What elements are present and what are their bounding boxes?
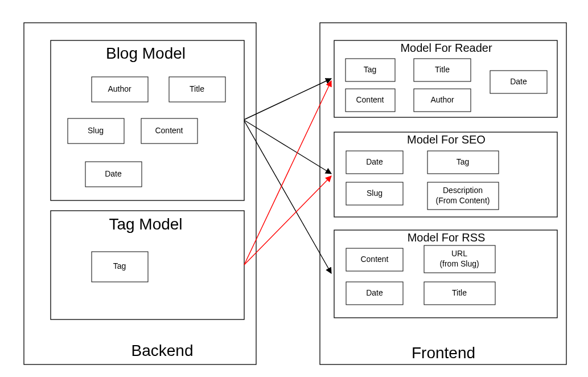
rss-url-label2: (from Slug) — [439, 259, 479, 268]
frontend-label: Frontend — [412, 344, 475, 362]
diagram-canvas: Backend Blog Model Author Title Slug Con… — [0, 0, 588, 377]
seo-slug-label: Slug — [367, 188, 383, 198]
reader-tag-label: Tag — [364, 65, 377, 74]
rss-content-label: Content — [360, 255, 388, 264]
arrow-blog-to-seo — [244, 120, 331, 174]
seo-desc-label2: (From Content) — [436, 196, 490, 205]
reader-author-label: Author — [430, 95, 454, 104]
seo-desc-label1: Description — [443, 186, 483, 195]
blog-date-label: Date — [105, 169, 122, 178]
tag-model-title: Tag Model — [109, 215, 182, 233]
seo-date-label: Date — [366, 157, 383, 166]
reader-date-label: Date — [510, 77, 527, 86]
blog-content-label: Content — [155, 126, 183, 135]
arrow-tag-to-seo — [244, 176, 331, 265]
backend-label: Backend — [131, 342, 194, 359]
tag-field-label: Tag — [113, 261, 126, 271]
rss-model-title: Model For RSS — [408, 231, 486, 244]
reader-model-title: Model For Reader — [400, 42, 492, 54]
seo-model-title: Model For SEO — [407, 133, 486, 146]
seo-tag-label: Tag — [457, 157, 470, 166]
blog-author-label: Author — [108, 84, 131, 93]
blog-title-label: Title — [190, 84, 204, 93]
arrow-tag-to-reader — [244, 81, 331, 265]
rss-title-label: Title — [452, 288, 467, 297]
arrow-blog-to-reader — [244, 79, 331, 120]
blog-slug-label: Slug — [88, 126, 104, 135]
reader-content-label: Content — [356, 95, 384, 104]
arrow-blog-to-rss — [244, 121, 331, 273]
rss-date-label: Date — [366, 288, 383, 297]
rss-url-label1: URL — [451, 249, 467, 258]
reader-title-label: Title — [435, 65, 450, 74]
blog-model-title: Blog Model — [106, 44, 186, 62]
